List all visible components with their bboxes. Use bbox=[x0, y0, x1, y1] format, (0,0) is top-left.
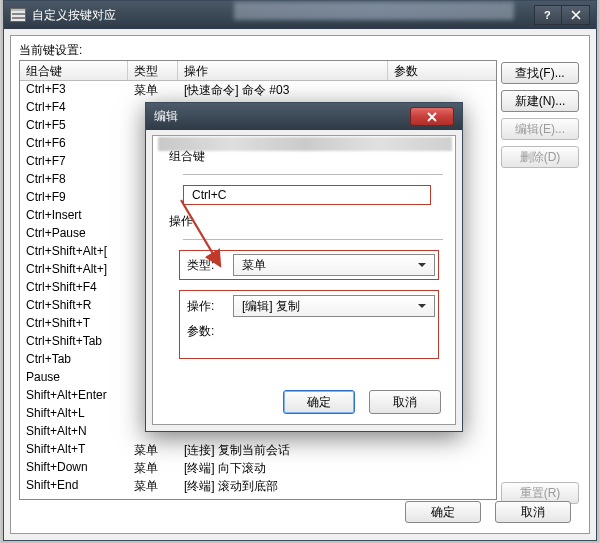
side-buttons: 查找(F)... 新建(N)... 编辑(E)... 删除(D) bbox=[501, 62, 579, 168]
cell-c1: Shift+Alt+T bbox=[20, 441, 128, 459]
operation-group-label: 操作 bbox=[169, 213, 441, 230]
cell-c3: [终端] 滚动到底部 bbox=[178, 477, 388, 495]
cell-c1: Shift+Alt+Enter bbox=[20, 387, 128, 405]
col-param[interactable]: 参数 bbox=[388, 61, 488, 80]
outer-okcancel: 确定 取消 bbox=[405, 501, 571, 523]
cell-c1: Ctrl+Shift+Alt+[ bbox=[20, 243, 128, 261]
cell-c2: 菜单 bbox=[128, 459, 178, 477]
col-combo[interactable]: 组合键 bbox=[20, 61, 128, 80]
edit-dialog: 编辑 组合键 Ctrl+C 操作 类型: bbox=[145, 102, 463, 432]
combo-key-input[interactable]: Ctrl+C bbox=[183, 185, 431, 205]
cell-c1: Shift+Alt+L bbox=[20, 405, 128, 423]
edit-dialog-titlebar: 编辑 bbox=[146, 103, 462, 130]
cell-c3: [连接] 复制当前会话 bbox=[178, 441, 388, 459]
cell-c1: Ctrl+F3 bbox=[20, 81, 128, 99]
cell-c1: Ctrl+Pause bbox=[20, 225, 128, 243]
col-action[interactable]: 操作 bbox=[178, 61, 388, 80]
new-button[interactable]: 新建(N)... bbox=[501, 90, 579, 112]
cell-c1: Ctrl+Shift+Tab bbox=[20, 333, 128, 351]
cell-c4 bbox=[388, 81, 488, 99]
param-label: 参数: bbox=[187, 323, 435, 340]
edit-dialog-okcancel: 确定 取消 bbox=[283, 390, 441, 414]
cell-c1: Ctrl+Insert bbox=[20, 207, 128, 225]
window-titlebar: 自定义按键对应 ? bbox=[4, 1, 596, 29]
cell-c4 bbox=[388, 477, 488, 495]
table-header: 组合键 类型 操作 参数 bbox=[20, 61, 496, 81]
outer-cancel-button[interactable]: 取消 bbox=[495, 501, 571, 523]
edit-dialog-close-button[interactable] bbox=[410, 107, 454, 126]
cell-c1: Ctrl+F8 bbox=[20, 171, 128, 189]
combo-key-label: 组合键 bbox=[169, 148, 441, 165]
close-button[interactable] bbox=[562, 5, 590, 25]
cell-c2: 菜单 bbox=[128, 477, 178, 495]
cell-c1: Ctrl+F5 bbox=[20, 117, 128, 135]
svg-text:?: ? bbox=[544, 9, 551, 21]
type-label: 类型: bbox=[187, 257, 233, 274]
cell-c1: Ctrl+F4 bbox=[20, 99, 128, 117]
keyboard-icon bbox=[10, 8, 26, 22]
find-button[interactable]: 查找(F)... bbox=[501, 62, 579, 84]
cell-c4 bbox=[388, 441, 488, 459]
cell-c1: Shift+End bbox=[20, 477, 128, 495]
chevron-down-icon bbox=[414, 257, 430, 273]
cell-c1: Pause bbox=[20, 369, 128, 387]
current-keys-label: 当前键设置: bbox=[11, 36, 589, 59]
cell-c1: Ctrl+Shift+F4 bbox=[20, 279, 128, 297]
window-controls: ? bbox=[534, 5, 590, 25]
edit-button[interactable]: 编辑(E)... bbox=[501, 118, 579, 140]
cell-c1: Ctrl+F9 bbox=[20, 189, 128, 207]
cell-c4 bbox=[388, 459, 488, 477]
cell-c1: Shift+Down bbox=[20, 459, 128, 477]
edit-cancel-button[interactable]: 取消 bbox=[369, 390, 441, 414]
outer-ok-button[interactable]: 确定 bbox=[405, 501, 481, 523]
type-value: 菜单 bbox=[242, 257, 414, 274]
separator bbox=[183, 239, 443, 240]
separator bbox=[183, 174, 443, 175]
edit-ok-button[interactable]: 确定 bbox=[283, 390, 355, 414]
cell-c3: [终端] 向下滚动 bbox=[178, 459, 388, 477]
chevron-down-icon bbox=[414, 298, 430, 314]
cell-c3: [快速命令] 命令 #03 bbox=[178, 81, 388, 99]
cell-c1: Ctrl+Shift+Alt+] bbox=[20, 261, 128, 279]
window-title: 自定义按键对应 bbox=[32, 7, 534, 24]
cell-c1: Ctrl+Tab bbox=[20, 351, 128, 369]
table-row[interactable]: Ctrl+F3菜单[快速命令] 命令 #03 bbox=[20, 81, 496, 99]
close-icon bbox=[426, 112, 438, 122]
cell-c2: 菜单 bbox=[128, 441, 178, 459]
cell-c1: Ctrl+Shift+R bbox=[20, 297, 128, 315]
table-row[interactable]: Shift+Alt+T菜单[连接] 复制当前会话 bbox=[20, 441, 496, 459]
operation-combobox[interactable]: [编辑] 复制 bbox=[233, 295, 435, 317]
cell-c1: Shift+Alt+N bbox=[20, 423, 128, 441]
operation-label: 操作: bbox=[187, 298, 233, 315]
col-type[interactable]: 类型 bbox=[128, 61, 178, 80]
type-highlight-box: 类型: 菜单 bbox=[179, 250, 439, 280]
cell-c1: Ctrl+F7 bbox=[20, 153, 128, 171]
delete-button[interactable]: 删除(D) bbox=[501, 146, 579, 168]
cell-c1: Ctrl+Shift+T bbox=[20, 315, 128, 333]
help-button[interactable]: ? bbox=[534, 5, 562, 25]
type-combobox[interactable]: 菜单 bbox=[233, 254, 435, 276]
table-row[interactable]: Shift+End菜单[终端] 滚动到底部 bbox=[20, 477, 496, 495]
operation-value: [编辑] 复制 bbox=[242, 298, 414, 315]
edit-dialog-title: 编辑 bbox=[154, 108, 410, 125]
operation-row: 操作: [编辑] 复制 bbox=[183, 295, 435, 317]
cell-c1: Ctrl+F6 bbox=[20, 135, 128, 153]
table-row[interactable]: Shift+Down菜单[终端] 向下滚动 bbox=[20, 459, 496, 477]
operation-highlight-box: 操作: [编辑] 复制 参数: bbox=[179, 290, 439, 359]
edit-dialog-body: 组合键 Ctrl+C 操作 类型: 菜单 bbox=[152, 135, 456, 425]
cell-c2: 菜单 bbox=[128, 81, 178, 99]
type-row: 类型: 菜单 bbox=[183, 254, 435, 276]
